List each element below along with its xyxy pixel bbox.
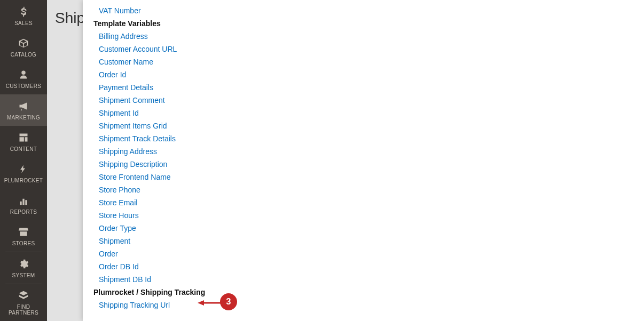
nav-label: STORES bbox=[2, 240, 45, 246]
gear-icon bbox=[2, 258, 45, 270]
variable-link[interactable]: Order bbox=[93, 247, 633, 260]
nav-label: MARKETING bbox=[2, 115, 45, 121]
nav-label: CONTENT bbox=[2, 146, 45, 152]
variable-link[interactable]: Store Email bbox=[93, 196, 633, 209]
nav-item-reports[interactable]: REPORTS bbox=[0, 189, 47, 220]
variable-link[interactable]: Order DB Id bbox=[93, 260, 633, 273]
variable-link[interactable]: Shipment DB Id bbox=[93, 273, 633, 286]
nav-item-find-partners[interactable]: FIND PARTNERS bbox=[0, 284, 47, 321]
nav-item-stores[interactable]: STORES bbox=[0, 220, 47, 252]
nav-label: REPORTS bbox=[2, 209, 45, 215]
nav-item-marketing[interactable]: MARKETING bbox=[0, 94, 47, 126]
variable-link[interactable]: Store Hours bbox=[93, 209, 633, 222]
variable-link[interactable]: Shipping Description bbox=[93, 158, 633, 171]
variable-link[interactable]: Store Frontend Name bbox=[93, 171, 633, 183]
dollar-icon bbox=[2, 5, 45, 18]
nav-label: FIND PARTNERS bbox=[2, 304, 45, 316]
variable-link[interactable]: Shipment Items Grid bbox=[93, 119, 633, 132]
variable-link[interactable]: Billing Address bbox=[93, 30, 633, 43]
variable-list: VAT NumberTemplate VariablesBilling Addr… bbox=[93, 4, 633, 311]
insert-variable-modal: VAT NumberTemplate VariablesBilling Addr… bbox=[83, 0, 644, 321]
variable-link[interactable]: Order Type bbox=[93, 222, 633, 235]
nav-item-customers[interactable]: CUSTOMERS bbox=[0, 63, 47, 94]
modal-content: VAT NumberTemplate VariablesBilling Addr… bbox=[83, 4, 644, 321]
variable-link[interactable]: Store Phone bbox=[93, 183, 633, 196]
layout-icon bbox=[2, 131, 45, 144]
nav-label: SALES bbox=[2, 20, 45, 26]
store-icon bbox=[2, 226, 45, 238]
person-icon bbox=[2, 68, 45, 81]
variable-section-header: Plumrocket / Shipping Tracking bbox=[93, 286, 633, 299]
nav-label: CUSTOMERS bbox=[2, 83, 45, 89]
nav-item-system[interactable]: SYSTEM bbox=[0, 252, 47, 284]
variable-section-header: Template Variables bbox=[93, 17, 633, 30]
box-icon bbox=[2, 37, 45, 50]
nav-label: CATALOG bbox=[2, 52, 45, 58]
admin-sidebar: SALES CATALOG CUSTOMERS MARKETING CONTEN… bbox=[0, 0, 47, 321]
plumrocket-icon bbox=[2, 163, 45, 175]
variable-link[interactable]: Payment Details bbox=[93, 81, 633, 94]
bar-chart-icon bbox=[2, 194, 45, 207]
handshake-icon bbox=[2, 289, 45, 302]
variable-link[interactable]: Customer Name bbox=[93, 55, 633, 68]
variable-link[interactable]: Shipment Track Details bbox=[93, 132, 633, 145]
nav-item-sales[interactable]: SALES bbox=[0, 0, 47, 31]
variable-link[interactable]: Customer Account URL bbox=[93, 43, 633, 55]
megaphone-icon bbox=[2, 100, 45, 113]
nav-label: PLUMROCKET bbox=[2, 178, 45, 183]
nav-item-plumrocket[interactable]: PLUMROCKET bbox=[0, 157, 47, 189]
variable-link[interactable]: Shipping Address bbox=[93, 145, 633, 158]
variable-link[interactable]: Shipment Comment bbox=[93, 94, 633, 107]
variable-link[interactable]: Shipment bbox=[93, 235, 633, 247]
nav-item-catalog[interactable]: CATALOG bbox=[0, 31, 47, 63]
nav-label: SYSTEM bbox=[2, 272, 45, 278]
variable-link[interactable]: Shipping Tracking Url bbox=[93, 299, 633, 311]
variable-link[interactable]: VAT Number bbox=[93, 4, 633, 17]
variable-link[interactable]: Shipment Id bbox=[93, 107, 633, 119]
nav-item-content[interactable]: CONTENT bbox=[0, 126, 47, 157]
variable-link[interactable]: Order Id bbox=[93, 68, 633, 81]
